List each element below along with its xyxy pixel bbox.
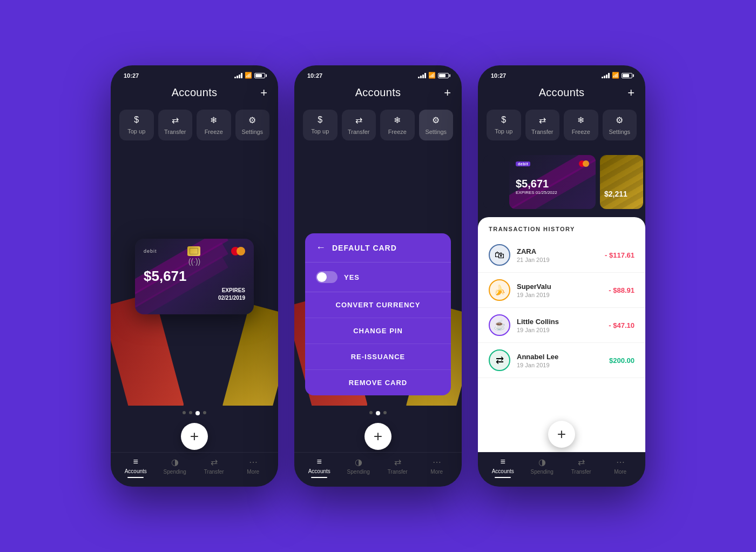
spending-nav-label-1: Spending xyxy=(164,469,186,475)
page-title-3: Accounts xyxy=(539,86,585,99)
fab-button-2[interactable]: + xyxy=(364,423,392,450)
freeze-button-3[interactable]: ❄ Freeze xyxy=(564,110,598,140)
action-row-3: $ Top up ⇄ Transfer ❄ Freeze ⚙ Settings xyxy=(478,105,645,147)
transfer-button-3[interactable]: ⇄ Transfer xyxy=(525,110,560,140)
card3-mc xyxy=(579,160,589,167)
battery-icon-2 xyxy=(438,73,449,78)
spending-nav-label-3: Spending xyxy=(531,469,554,475)
nav-accounts-1[interactable]: ≡ Accounts xyxy=(122,457,149,478)
more-nav-icon-3: ⋯ xyxy=(616,457,625,467)
more-nav-label-3: More xyxy=(614,469,626,475)
remove-card-item[interactable]: REMOVE CARD xyxy=(305,370,451,395)
fab-button-3[interactable]: + xyxy=(548,421,575,448)
freeze-label-1: Freeze xyxy=(205,129,223,135)
settings-button-2[interactable]: ⚙ Settings xyxy=(419,110,454,140)
nav-more-2[interactable]: ⋯ More xyxy=(423,457,450,478)
card-top-row-1: debit xyxy=(144,246,245,256)
supervalu-amount: - $88.91 xyxy=(609,286,634,294)
header-2: Accounts + xyxy=(294,82,462,105)
convert-currency-item[interactable]: CONVERT CURRENCY xyxy=(305,292,451,318)
topup-button[interactable]: $ Top up xyxy=(119,110,154,140)
reissuance-item[interactable]: RE-ISSUANCE xyxy=(305,344,451,370)
freeze-button-2[interactable]: ❄ Freeze xyxy=(380,110,415,140)
nav-spending-3[interactable]: ◑ Spending xyxy=(529,457,556,478)
dot2-3 xyxy=(383,411,387,414)
nav-transfer-3[interactable]: ⇄ Transfer xyxy=(568,457,595,478)
nav-accounts-3[interactable]: ≡ Accounts xyxy=(489,457,516,478)
nav-spending-2[interactable]: ◑ Spending xyxy=(345,457,372,478)
zara-name: ZARA xyxy=(517,247,598,255)
card3-badge: debit xyxy=(516,161,530,166)
dot-4 xyxy=(203,411,206,414)
bottom-nav-1: ≡ Accounts ◑ Spending ⇄ Transfer ⋯ More xyxy=(111,452,278,487)
accounts-nav-label-2: Accounts xyxy=(308,468,330,474)
spending-nav-icon-3: ◑ xyxy=(538,457,546,467)
nav-indicator-3 xyxy=(495,477,511,478)
collins-name: Little Collins xyxy=(517,318,602,326)
shape-gold-1 xyxy=(222,304,278,406)
card-amount-1: $5,671 xyxy=(144,268,245,285)
collins-date: 19 Jan 2019 xyxy=(517,327,602,333)
zara-date: 21 Jan 2019 xyxy=(517,257,598,263)
status-bar-1: 10:27 📶 xyxy=(111,65,278,82)
transfer-nav-label-3: Transfer xyxy=(571,469,591,475)
freeze-button-1[interactable]: ❄ Freeze xyxy=(197,110,231,140)
debit-card-3[interactable]: debit $5,671 EXPIRES 01/25/2022 xyxy=(509,155,596,209)
gold-card-3[interactable]: $2,211 xyxy=(600,155,643,209)
topup-label: Top up xyxy=(127,128,145,134)
nav-more-1[interactable]: ⋯ More xyxy=(240,457,267,478)
default-card-toggle[interactable] xyxy=(316,271,338,283)
change-pin-item[interactable]: CHANGE PIN xyxy=(305,318,451,344)
battery-icon-3 xyxy=(622,73,632,78)
card3-amount: $5,671 xyxy=(516,178,589,190)
freeze-label-2: Freeze xyxy=(388,129,407,135)
transfer-button-2[interactable]: ⇄ Transfer xyxy=(342,110,376,140)
transfer-label-3: Transfer xyxy=(531,129,554,135)
nav-indicator-2 xyxy=(311,477,327,478)
back-button[interactable]: ← xyxy=(316,242,326,253)
nav-accounts-2[interactable]: ≡ Accounts xyxy=(306,457,333,478)
mc-circle-orange-1 xyxy=(237,247,245,255)
status-icons-2: 📶 xyxy=(418,72,449,79)
status-icons-3: 📶 xyxy=(602,72,632,79)
transfer-nav-icon-2: ⇄ xyxy=(394,457,401,467)
transfer-icon-3: ⇄ xyxy=(539,115,546,125)
settings-label-2: Settings xyxy=(425,129,447,135)
card3-expires-date: 01/25/2022 xyxy=(536,190,557,195)
pagination-dots-2 xyxy=(294,406,462,421)
toggle-row: YES xyxy=(305,262,451,292)
chip-lines-1 xyxy=(190,248,198,254)
accounts-nav-icon-3: ≡ xyxy=(501,457,505,467)
nav-transfer-1[interactable]: ⇄ Transfer xyxy=(200,457,227,478)
expires-date-1: 02/21/2019 xyxy=(144,294,245,302)
add-button-1[interactable]: + xyxy=(260,86,267,100)
txn-item-zara[interactable]: 🛍 ZARA 21 Jan 2019 - $117.61 xyxy=(478,238,645,273)
txn-item-annabel[interactable]: ⇄ Annabel Lee 19 Jan 2019 $200.00 xyxy=(478,343,645,378)
gold-card-amount: $2,211 xyxy=(604,190,627,198)
fab-container-3: + xyxy=(548,419,575,450)
nav-spending-1[interactable]: ◑ Spending xyxy=(161,457,188,478)
transfer-button-1[interactable]: ⇄ Transfer xyxy=(158,110,193,140)
card3-expires: EXPIRES 01/25/2022 xyxy=(516,190,589,195)
add-button-3[interactable]: + xyxy=(627,86,634,100)
supervalu-date: 19 Jan 2019 xyxy=(517,292,602,298)
add-button-2[interactable]: + xyxy=(444,86,451,100)
nav-transfer-2[interactable]: ⇄ Transfer xyxy=(384,457,411,478)
nav-more-3[interactable]: ⋯ More xyxy=(607,457,634,478)
topup-button-2[interactable]: $ Top up xyxy=(303,110,338,140)
settings-button-3[interactable]: ⚙ Settings xyxy=(603,110,637,140)
txn-item-supervalu[interactable]: 🍌 SuperValu 19 Jan 2019 - $88.91 xyxy=(478,273,645,308)
txn-item-collins[interactable]: ☕ Little Collins 19 Jan 2019 - $47.10 xyxy=(478,308,645,343)
fab-button-1[interactable]: + xyxy=(181,423,208,450)
more-nav-icon-1: ⋯ xyxy=(249,457,258,467)
supervalu-avatar: 🍌 xyxy=(489,279,510,301)
topup-label-3: Top up xyxy=(495,128,512,134)
debit-card-1[interactable]: debit ((·)) $5,671 EXPIRES 02/21/2019 xyxy=(135,239,254,314)
bottom-nav-2: ≡ Accounts ◑ Spending ⇄ Transfer ⋯ More xyxy=(294,452,462,487)
phone-1: 10:27 📶 Accounts + $ Top up ⇄ Transfer xyxy=(111,65,278,487)
settings-button-1[interactable]: ⚙ Settings xyxy=(235,110,270,140)
signal-icon-2 xyxy=(418,73,426,78)
topup-button-3[interactable]: $ Top up xyxy=(487,110,521,140)
settings-icon-3: ⚙ xyxy=(616,115,623,125)
accounts-nav-icon-2: ≡ xyxy=(317,457,322,467)
